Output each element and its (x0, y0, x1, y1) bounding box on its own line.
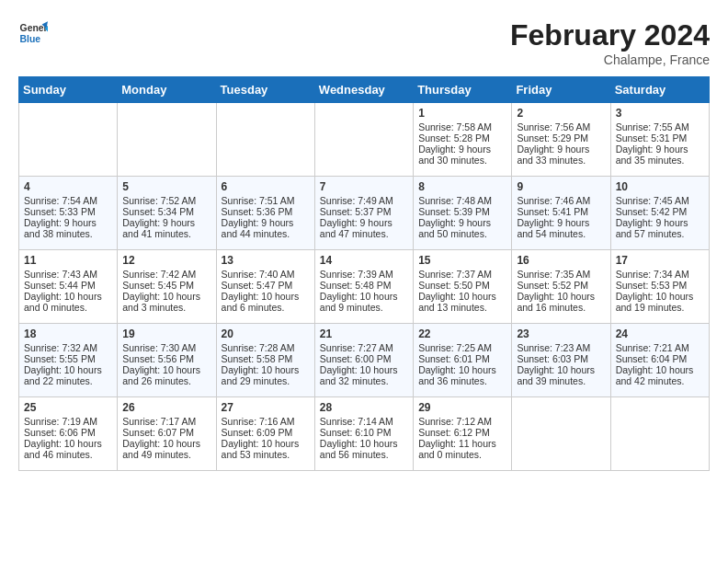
calendar-cell: 23Sunrise: 7:23 AMSunset: 6:03 PMDayligh… (512, 324, 610, 397)
calendar-table: SundayMondayTuesdayWednesdayThursdayFrid… (18, 76, 710, 471)
cell-info-line: Sunset: 5:58 PM (222, 353, 310, 364)
cell-info-line: and 46 minutes. (24, 449, 112, 460)
day-number: 6 (222, 180, 310, 193)
cell-info-line: Sunrise: 7:48 AM (418, 195, 506, 206)
cell-info-line: Daylight: 9 hours (320, 217, 408, 228)
calendar-cell (610, 397, 709, 471)
cell-info-line: Daylight: 10 hours (24, 364, 112, 375)
day-number: 18 (24, 327, 112, 340)
cell-info-line: Sunset: 6:01 PM (418, 353, 506, 364)
cell-info-line: Sunset: 5:28 PM (418, 132, 506, 144)
calendar-cell: 12Sunrise: 7:42 AMSunset: 5:45 PMDayligh… (118, 250, 216, 324)
cell-info-line: Daylight: 10 hours (616, 364, 704, 375)
cell-info-line: and 22 minutes. (24, 375, 112, 386)
cell-info-line: and 0 minutes. (24, 302, 112, 313)
day-number: 8 (418, 180, 506, 193)
cell-info-line: Sunset: 6:06 PM (24, 427, 112, 438)
cell-info-line: Sunset: 5:29 PM (517, 132, 605, 144)
day-number: 27 (222, 401, 310, 414)
cell-info-line: and 32 minutes. (320, 375, 408, 386)
cell-info-line: Sunset: 5:31 PM (616, 132, 704, 144)
day-number: 23 (517, 327, 605, 340)
cell-info-line: and 19 minutes. (616, 302, 704, 313)
cell-info-line: and 42 minutes. (616, 375, 704, 386)
week-row-5: 25Sunrise: 7:19 AMSunset: 6:06 PMDayligh… (19, 397, 710, 471)
weekday-header-friday: Friday (512, 77, 610, 103)
cell-info-line: Sunrise: 7:49 AM (320, 195, 408, 206)
logo-icon: General Blue (18, 18, 48, 48)
cell-info-line: Sunrise: 7:39 AM (320, 269, 408, 280)
calendar-cell (19, 103, 118, 177)
cell-info-line: Daylight: 11 hours (418, 438, 506, 449)
day-number: 4 (24, 180, 112, 193)
cell-info-line: Sunset: 5:50 PM (418, 280, 506, 291)
weekday-header-tuesday: Tuesday (216, 77, 314, 103)
cell-info-line: Sunset: 5:56 PM (122, 353, 210, 364)
cell-info-line: Sunrise: 7:52 AM (122, 195, 210, 206)
cell-info-line: Daylight: 9 hours (517, 144, 605, 155)
title-block: February 2024 Chalampe, France (510, 18, 710, 67)
cell-info-line: and 16 minutes. (517, 302, 605, 313)
cell-info-line: and 29 minutes. (222, 375, 310, 386)
day-number: 21 (320, 327, 408, 340)
cell-info-line: Daylight: 10 hours (222, 291, 310, 302)
svg-text:Blue: Blue (20, 34, 41, 44)
calendar-cell: 13Sunrise: 7:40 AMSunset: 5:47 PMDayligh… (216, 250, 314, 324)
cell-info-line: and 50 minutes. (418, 228, 506, 239)
calendar-cell: 10Sunrise: 7:45 AMSunset: 5:42 PMDayligh… (610, 177, 709, 250)
cell-info-line: Daylight: 10 hours (320, 291, 408, 302)
calendar-cell: 3Sunrise: 7:55 AMSunset: 5:31 PMDaylight… (610, 103, 709, 177)
cell-info-line: Sunset: 5:44 PM (24, 280, 112, 291)
cell-info-line: Daylight: 9 hours (616, 144, 704, 155)
day-number: 7 (320, 180, 408, 193)
cell-info-line: Sunset: 5:36 PM (222, 206, 310, 217)
calendar-cell: 15Sunrise: 7:37 AMSunset: 5:50 PMDayligh… (414, 250, 512, 324)
cell-info-line: Daylight: 10 hours (418, 364, 506, 375)
cell-info-line: Sunset: 6:03 PM (517, 353, 605, 364)
cell-info-line: and 41 minutes. (122, 228, 210, 239)
cell-info-line: Daylight: 10 hours (122, 291, 210, 302)
cell-info-line: Daylight: 10 hours (418, 291, 506, 302)
cell-info-line: and 39 minutes. (517, 375, 605, 386)
day-number: 3 (616, 107, 704, 120)
day-number: 26 (122, 401, 210, 414)
cell-info-line: Sunset: 5:45 PM (122, 280, 210, 291)
cell-info-line: and 9 minutes. (320, 302, 408, 313)
cell-info-line: Sunset: 5:33 PM (24, 206, 112, 217)
cell-info-line: Daylight: 10 hours (517, 364, 605, 375)
calendar-cell: 20Sunrise: 7:28 AMSunset: 5:58 PMDayligh… (216, 324, 314, 397)
cell-info-line: Sunrise: 7:40 AM (222, 269, 310, 280)
cell-info-line: Sunrise: 7:28 AM (222, 342, 310, 353)
cell-info-line: Daylight: 9 hours (24, 217, 112, 228)
calendar-cell: 22Sunrise: 7:25 AMSunset: 6:01 PMDayligh… (414, 324, 512, 397)
calendar-cell: 16Sunrise: 7:35 AMSunset: 5:52 PMDayligh… (512, 250, 610, 324)
cell-info-line: and 38 minutes. (24, 228, 112, 239)
day-number: 22 (418, 327, 506, 340)
cell-info-line: Sunrise: 7:16 AM (222, 416, 310, 427)
calendar-cell: 21Sunrise: 7:27 AMSunset: 6:00 PMDayligh… (314, 324, 413, 397)
day-number: 13 (222, 254, 310, 267)
cell-info-line: and 54 minutes. (517, 228, 605, 239)
cell-info-line: Sunrise: 7:54 AM (24, 195, 112, 206)
cell-info-line: Daylight: 9 hours (418, 144, 506, 155)
weekday-header-monday: Monday (118, 77, 216, 103)
day-number: 15 (418, 254, 506, 267)
cell-info-line: Sunrise: 7:34 AM (616, 269, 704, 280)
cell-info-line: Sunset: 6:10 PM (320, 427, 408, 438)
cell-info-line: Daylight: 10 hours (24, 438, 112, 449)
cell-info-line: Sunset: 5:53 PM (616, 280, 704, 291)
calendar-cell: 17Sunrise: 7:34 AMSunset: 5:53 PMDayligh… (610, 250, 709, 324)
cell-info-line: Sunrise: 7:32 AM (24, 342, 112, 353)
logo: General Blue (18, 18, 48, 48)
cell-info-line: and 35 minutes. (616, 155, 704, 166)
day-number: 11 (24, 254, 112, 267)
day-number: 24 (616, 327, 704, 340)
cell-info-line: Sunset: 5:47 PM (222, 280, 310, 291)
week-row-4: 18Sunrise: 7:32 AMSunset: 5:55 PMDayligh… (19, 324, 710, 397)
calendar-cell: 19Sunrise: 7:30 AMSunset: 5:56 PMDayligh… (118, 324, 216, 397)
calendar-cell: 2Sunrise: 7:56 AMSunset: 5:29 PMDaylight… (512, 103, 610, 177)
calendar-cell: 27Sunrise: 7:16 AMSunset: 6:09 PMDayligh… (216, 397, 314, 471)
cell-info-line: Sunset: 5:39 PM (418, 206, 506, 217)
cell-info-line: Sunset: 5:48 PM (320, 280, 408, 291)
cell-info-line: Daylight: 10 hours (122, 364, 210, 375)
